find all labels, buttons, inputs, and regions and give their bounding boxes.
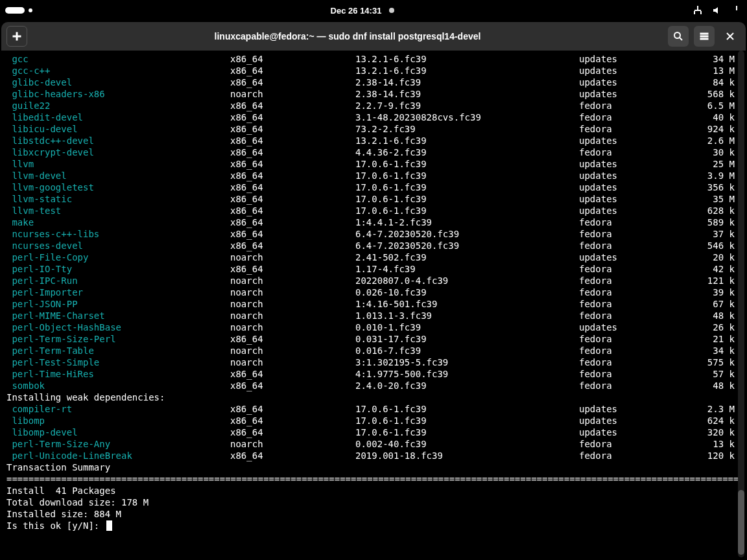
- package-row: glibc-headers-x86noarch2.38-14.fc39updat…: [6, 88, 741, 100]
- package-arch: noarch: [230, 321, 355, 333]
- package-arch: noarch: [230, 275, 355, 286]
- package-row: libompx86_6417.0.6-1.fc39updates624 k: [6, 415, 741, 426]
- package-size: 40 k: [680, 111, 735, 123]
- package-repo: updates: [579, 76, 680, 88]
- package-size: 57 k: [680, 368, 735, 380]
- search-button[interactable]: [668, 26, 689, 47]
- package-version: 4:1.9775-500.fc39: [355, 368, 579, 380]
- package-repo: updates: [579, 181, 680, 193]
- package-name: libicu-devel: [6, 123, 230, 135]
- package-size: 2.6 M: [680, 135, 735, 146]
- total-download-size: Total download size: 178 M: [6, 496, 741, 508]
- svg-rect-12: [700, 36, 708, 37]
- summary-rule: ========================================…: [6, 473, 741, 485]
- terminal-viewport[interactable]: gccx86_6413.2.1-6.fc39updates34 M gcc-c+…: [1, 51, 746, 560]
- install-count-line: Install 41 Packages: [6, 485, 741, 496]
- package-row: makex86_641:4.4.1-2.fc39fedora589 k: [6, 216, 741, 228]
- svg-point-9: [674, 32, 680, 38]
- package-arch: x86_64: [230, 228, 355, 240]
- package-name: perl-Unicode-LineBreak: [6, 450, 230, 461]
- package-arch: noarch: [230, 356, 355, 368]
- installed-size: Installed size: 884 M: [6, 508, 741, 520]
- svg-rect-1: [694, 11, 695, 14]
- package-repo: updates: [579, 158, 680, 170]
- confirm-prompt[interactable]: Is this ok [y/N]:: [6, 520, 741, 531]
- close-icon: [725, 31, 735, 41]
- package-name: glibc-headers-x86: [6, 88, 230, 100]
- package-version: 0.031-17.fc39: [355, 333, 579, 345]
- activities-corner[interactable]: [5, 7, 32, 14]
- activities-pill-icon: [5, 7, 25, 14]
- package-arch: x86_64: [230, 111, 355, 123]
- package-repo: fedora: [579, 111, 680, 123]
- close-button[interactable]: [720, 26, 741, 47]
- workspace-dot-icon: [29, 8, 32, 12]
- package-version: 17.0.6-1.fc39: [355, 181, 579, 193]
- svg-rect-0: [697, 6, 698, 9]
- package-size: 320 k: [680, 426, 735, 438]
- package-name: guile22: [6, 100, 230, 111]
- package-size: 13 M: [680, 65, 735, 76]
- scrollbar-thumb[interactable]: [738, 490, 744, 555]
- cursor-icon: [106, 520, 112, 531]
- svg-line-10: [680, 38, 682, 40]
- package-name: llvm-static: [6, 193, 230, 205]
- package-arch: x86_64: [230, 450, 355, 461]
- package-version: 20220807.0-4.fc39: [355, 275, 579, 286]
- package-size: 37 k: [680, 228, 735, 240]
- window-titlebar: linuxcapable@fedora:~ — sudo dnf install…: [1, 22, 746, 51]
- package-repo: updates: [579, 415, 680, 426]
- package-arch: x86_64: [230, 158, 355, 170]
- svg-rect-13: [700, 38, 708, 40]
- package-row: llvm-staticx86_6417.0.6-1.fc39updates35 …: [6, 193, 741, 205]
- clock-area[interactable]: Dec 26 14:31: [331, 6, 395, 16]
- package-repo: fedora: [579, 368, 680, 380]
- package-arch: x86_64: [230, 380, 355, 391]
- package-version: 6.4-7.20230520.fc39: [355, 240, 579, 251]
- package-repo: fedora: [579, 438, 680, 450]
- package-version: 2.4.0-20.fc39: [355, 380, 579, 391]
- package-repo: fedora: [579, 380, 680, 391]
- package-repo: fedora: [579, 286, 680, 298]
- package-row: perl-Time-HiResx86_644:1.9775-500.fc39fe…: [6, 368, 741, 380]
- package-arch: x86_64: [230, 135, 355, 146]
- package-row: llvm-googletestx86_6417.0.6-1.fc39update…: [6, 181, 741, 193]
- package-size: 42 k: [680, 263, 735, 275]
- new-tab-button[interactable]: [6, 26, 27, 47]
- terminal-content: gccx86_6413.2.1-6.fc39updates34 M gcc-c+…: [1, 51, 746, 537]
- package-name: perl-JSON-PP: [6, 298, 230, 310]
- package-size: 546 k: [680, 240, 735, 251]
- package-repo: updates: [579, 205, 680, 216]
- package-size: 20 k: [680, 251, 735, 263]
- svg-rect-4: [694, 10, 701, 11]
- package-row: llvmx86_6417.0.6-1.fc39updates25 M: [6, 158, 741, 170]
- package-name: perl-Term-Table: [6, 345, 230, 356]
- package-arch: x86_64: [230, 426, 355, 438]
- package-version: 0.016-7.fc39: [355, 345, 579, 356]
- package-size: 2.3 M: [680, 403, 735, 415]
- package-version: 17.0.6-1.fc39: [355, 170, 579, 181]
- package-size: 575 k: [680, 356, 735, 368]
- package-row: gccx86_6413.2.1-6.fc39updates34 M: [6, 53, 741, 65]
- package-arch: x86_64: [230, 170, 355, 181]
- package-row: gcc-c++x86_6413.2.1-6.fc39updates13 M: [6, 65, 741, 76]
- scrollbar[interactable]: [738, 51, 744, 557]
- package-name: perl-Importer: [6, 286, 230, 298]
- package-row: perl-JSON-PPnoarch1:4.16-501.fc39fedora6…: [6, 298, 741, 310]
- package-size: 48 k: [680, 310, 735, 321]
- package-arch: x86_64: [230, 100, 355, 111]
- package-arch: noarch: [230, 251, 355, 263]
- package-version: 13.2.1-6.fc39: [355, 65, 579, 76]
- package-repo: fedora: [579, 240, 680, 251]
- menu-button[interactable]: [694, 26, 715, 47]
- package-size: 84 k: [680, 76, 735, 88]
- package-name: llvm-test: [6, 205, 230, 216]
- system-tray[interactable]: [693, 5, 742, 16]
- package-arch: x86_64: [230, 240, 355, 251]
- package-arch: x86_64: [230, 193, 355, 205]
- package-row: libicu-develx86_6473.2-2.fc39fedora924 k: [6, 123, 741, 135]
- power-icon: [731, 5, 742, 16]
- package-name: perl-MIME-Charset: [6, 310, 230, 321]
- package-arch: noarch: [230, 88, 355, 100]
- package-size: 624 k: [680, 415, 735, 426]
